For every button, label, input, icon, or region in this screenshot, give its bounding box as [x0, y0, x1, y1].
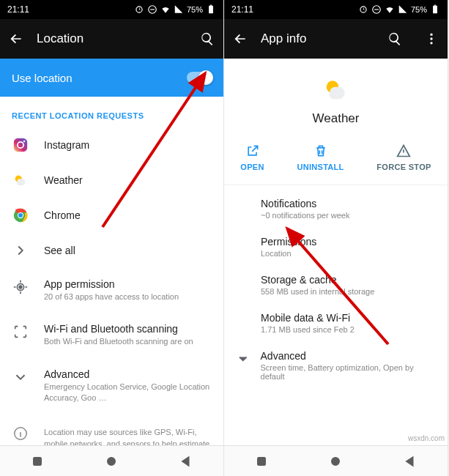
- item-sub: 20 of 63 apps have access to location: [44, 291, 212, 302]
- dnd-icon: [371, 4, 382, 15]
- app-row-chrome[interactable]: Chrome: [0, 198, 223, 233]
- page-title: App info: [261, 31, 374, 46]
- uninstall-button[interactable]: UNINSTALL: [297, 144, 344, 171]
- svg-point-23: [332, 457, 340, 465]
- use-location-toggle[interactable]: Use location: [0, 59, 223, 97]
- svg-point-9: [18, 213, 23, 217]
- open-button[interactable]: OPEN: [240, 144, 264, 171]
- alarm-icon: [358, 4, 368, 15]
- page-title: Location: [37, 31, 187, 46]
- app-bar: Location: [0, 19, 223, 59]
- item-title: Permissions: [261, 236, 436, 248]
- nav-bar: [0, 445, 223, 476]
- app-info-screen: 21:11 75% App info Weather OPEN: [224, 0, 448, 476]
- content: Weather OPEN UNINSTALL FORCE STOP Notifi…: [224, 59, 448, 445]
- wifi-icon: [160, 4, 171, 15]
- chevron-down-icon: [236, 352, 251, 366]
- app-name: Instagram: [44, 139, 212, 151]
- chevron-down-icon: [12, 368, 29, 386]
- svg-point-5: [23, 141, 25, 142]
- battery-icon: [206, 4, 216, 15]
- svg-rect-2: [210, 5, 212, 6]
- battery-icon: [430, 4, 440, 15]
- svg-rect-17: [434, 5, 436, 6]
- item-sub: Both Wi-Fi and Bluetooth scanning are on: [44, 336, 212, 347]
- dnd-icon: [147, 4, 157, 15]
- svg-rect-3: [14, 138, 27, 152]
- nav-back-icon[interactable]: [179, 455, 193, 468]
- storage-row[interactable]: Storage & cache 558 MB used in internal …: [261, 266, 448, 304]
- location-settings-screen: 21:11 75% Location Use location RECENT L…: [0, 0, 224, 476]
- disclosure-text: Location may use sources like GPS, Wi-Fi…: [44, 426, 212, 445]
- action-row: OPEN UNINSTALL FORCE STOP: [224, 133, 448, 185]
- status-icons: 75%: [134, 4, 216, 15]
- info-list: Notifications ~0 notifications per week …: [224, 185, 448, 342]
- signal-icon: [174, 4, 184, 15]
- chevron-right-icon: [12, 242, 29, 259]
- item-title: Mobile data & Wi-Fi: [261, 312, 436, 324]
- item-sub: Screen time, Battery optimization, Open …: [261, 363, 436, 381]
- advanced-row[interactable]: Advanced Screen time, Battery optimizati…: [224, 342, 448, 389]
- app-header: Weather: [224, 59, 448, 133]
- item-sub: Emergency Location Service, Google Locat…: [44, 382, 212, 404]
- svg-point-19: [430, 37, 432, 40]
- toggle-label: Use location: [12, 72, 73, 84]
- app-row-instagram[interactable]: Instagram: [0, 127, 223, 163]
- content: Use location RECENT LOCATION REQUESTS In…: [0, 59, 223, 445]
- svg-rect-1: [209, 6, 213, 14]
- app-permission-row[interactable]: App permission 20 of 63 apps have access…: [0, 268, 223, 313]
- status-bar: 21:11 75%: [224, 0, 448, 19]
- force-stop-button[interactable]: FORCE STOP: [376, 144, 431, 171]
- advanced-row[interactable]: Advanced Emergency Location Service, Goo…: [0, 358, 223, 414]
- watermark: wsxdn.com: [408, 434, 445, 442]
- nav-bar: [224, 445, 448, 476]
- permission-icon: [12, 278, 29, 296]
- svg-rect-16: [433, 6, 437, 14]
- app-row-weather[interactable]: Weather: [0, 163, 223, 198]
- svg-point-14: [108, 457, 116, 465]
- app-name: Chrome: [44, 209, 212, 221]
- action-label: OPEN: [240, 163, 264, 171]
- permissions-row[interactable]: Permissions Location: [261, 228, 448, 266]
- item-title: Notifications: [261, 198, 436, 209]
- wifi-bt-scanning-row[interactable]: Wi-Fi and Bluetooth scanning Both Wi-Fi …: [0, 313, 223, 357]
- alarm-icon: [134, 4, 144, 15]
- data-row[interactable]: Mobile data & Wi-Fi 1.71 MB used since F…: [261, 304, 448, 342]
- weather-icon: [12, 171, 29, 189]
- location-disclosure: Location may use sources like GPS, Wi-Fi…: [0, 414, 223, 445]
- nav-back-icon[interactable]: [404, 455, 417, 468]
- item-title: App permission: [44, 278, 212, 290]
- action-label: UNINSTALL: [297, 163, 344, 171]
- nav-home-icon[interactable]: [329, 455, 342, 468]
- item-sub: ~0 notifications per week: [261, 211, 436, 220]
- app-name: Weather: [44, 174, 212, 186]
- info-icon: [12, 425, 29, 442]
- weather-app-icon: [320, 73, 352, 105]
- app-name: Weather: [224, 111, 448, 126]
- svg-point-11: [19, 286, 22, 289]
- see-all-row[interactable]: See all: [0, 233, 223, 268]
- svg-rect-22: [258, 457, 266, 465]
- item-title: Storage & cache: [261, 274, 436, 286]
- app-bar: App info: [224, 19, 448, 59]
- instagram-icon: [12, 136, 29, 154]
- notifications-row[interactable]: Notifications ~0 notifications per week: [261, 190, 448, 228]
- item-title: Wi-Fi and Bluetooth scanning: [44, 323, 212, 335]
- nav-home-icon[interactable]: [105, 455, 118, 468]
- switch-on-icon[interactable]: [187, 72, 212, 83]
- back-icon[interactable]: [9, 31, 23, 46]
- search-icon[interactable]: [387, 31, 402, 46]
- svg-point-20: [430, 42, 432, 44]
- nav-recents-icon[interactable]: [255, 455, 268, 468]
- scan-icon: [12, 323, 29, 341]
- svg-rect-13: [34, 457, 42, 465]
- more-icon[interactable]: [424, 31, 439, 46]
- search-icon[interactable]: [200, 31, 215, 46]
- battery-pct: 75%: [411, 5, 427, 14]
- item-sub: 558 MB used in internal storage: [261, 287, 436, 296]
- back-icon[interactable]: [233, 31, 248, 46]
- svg-point-18: [430, 34, 432, 36]
- nav-recents-icon[interactable]: [31, 455, 44, 468]
- item-sub: 1.71 MB used since Feb 2: [261, 325, 436, 334]
- chrome-icon: [12, 207, 29, 224]
